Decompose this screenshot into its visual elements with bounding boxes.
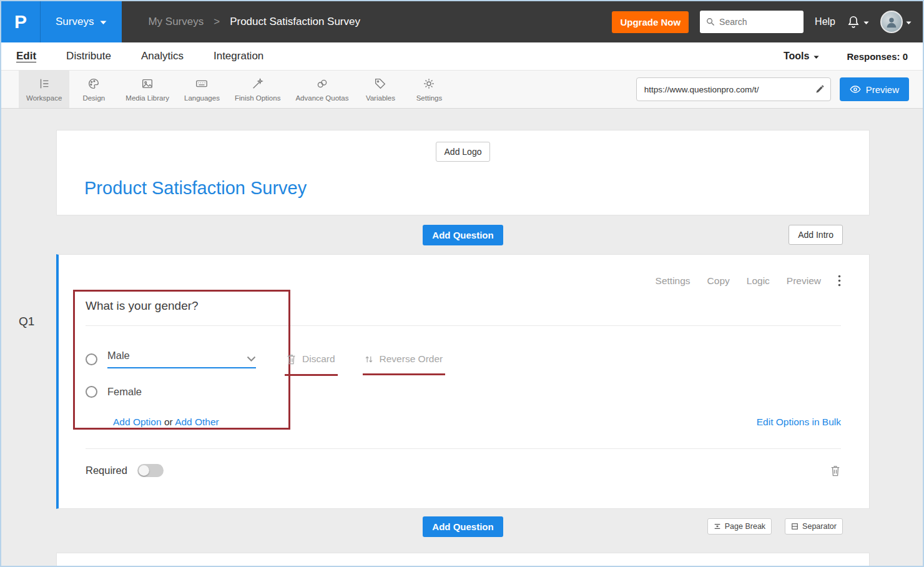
add-question-button-top[interactable]: Add Question <box>423 225 503 245</box>
languages-icon <box>195 77 209 92</box>
help-link[interactable]: Help <box>815 16 835 27</box>
toolbar-finish-options-label: Finish Options <box>235 94 281 102</box>
trash-icon <box>286 353 297 365</box>
editor-toolbar: Workspace Design Media Library Languages… <box>1 71 923 109</box>
breadcrumb-separator: > <box>214 16 220 28</box>
separator-icon <box>791 523 799 530</box>
toolbar-finish-options[interactable]: Finish Options <box>227 71 288 108</box>
edit-url-pencil-icon[interactable] <box>809 84 830 94</box>
surveys-dropdown-label: Surveys <box>56 16 94 28</box>
toolbar-design-label: Design <box>82 94 105 102</box>
delete-question-trash-icon[interactable] <box>830 465 841 477</box>
required-row: Required <box>86 464 841 477</box>
toolbar-advance-quotas[interactable]: Advance Quotas <box>288 71 356 108</box>
chevron-down-icon <box>100 16 107 28</box>
survey-url-box <box>636 77 831 101</box>
search-input[interactable] <box>719 17 797 27</box>
app-window: P Surveys My Surveys > Product Satisfact… <box>0 0 924 567</box>
reverse-order-label: Reverse Order <box>380 353 443 365</box>
bell-icon <box>847 15 860 29</box>
reverse-order-arrows-icon <box>364 354 374 365</box>
topbar-right-cluster: Upgrade Now Help <box>612 11 923 33</box>
radio-male[interactable] <box>86 353 97 365</box>
tab-analytics[interactable]: Analytics <box>141 50 184 62</box>
tab-distribute[interactable]: Distribute <box>66 50 111 62</box>
toolbar-settings[interactable]: Settings <box>405 71 453 108</box>
upgrade-now-button[interactable]: Upgrade Now <box>612 11 689 33</box>
toolbar-languages[interactable]: Languages <box>177 71 227 108</box>
variables-tag-icon <box>373 77 387 92</box>
chevron-down-icon[interactable] <box>247 356 256 362</box>
preview-button[interactable]: Preview <box>840 77 909 101</box>
option-female-label[interactable]: Female <box>107 386 142 398</box>
page-break-button[interactable]: Page Break <box>707 518 772 535</box>
toolbar-right-cluster: Preview <box>636 71 923 108</box>
preview-button-label: Preview <box>866 84 899 95</box>
question-text[interactable]: What is your gender? <box>86 299 841 313</box>
surveys-dropdown[interactable]: Surveys <box>40 1 122 42</box>
account-menu[interactable] <box>880 11 912 33</box>
required-toggle[interactable] <box>137 464 164 477</box>
tools-label: Tools <box>784 51 809 62</box>
toolbar-variables[interactable]: Variables <box>356 71 405 108</box>
more-options-kebab-icon[interactable] <box>838 275 841 287</box>
question-logic-link[interactable]: Logic <box>747 275 770 287</box>
separator-button[interactable]: Separator <box>785 518 843 535</box>
nav-right-cluster: Tools Responses: 0 <box>784 51 908 62</box>
tools-dropdown[interactable]: Tools <box>784 51 819 62</box>
reverse-order-action[interactable]: Reverse Order <box>364 353 443 365</box>
survey-title[interactable]: Product Satisfaction Survey <box>84 178 869 199</box>
design-palette-icon <box>87 77 101 92</box>
toolbar-media-library[interactable]: Media Library <box>118 71 177 108</box>
survey-url-input[interactable] <box>637 85 809 94</box>
chevron-down-icon <box>906 16 912 27</box>
question-copy-link[interactable]: Copy <box>707 275 730 287</box>
toolbar-workspace-label: Workspace <box>26 94 62 102</box>
breadcrumb-my-surveys[interactable]: My Surveys <box>148 16 204 28</box>
toolbar-advance-quotas-label: Advance Quotas <box>295 94 348 102</box>
required-divider <box>86 448 841 449</box>
questionpro-logo[interactable]: P <box>1 1 40 42</box>
footer-right-buttons: Page Break Separator <box>707 518 843 535</box>
toolbar-workspace[interactable]: Workspace <box>19 71 69 108</box>
avatar <box>880 11 903 33</box>
toolbar-variables-label: Variables <box>366 94 395 102</box>
notifications-button[interactable] <box>847 15 869 29</box>
or-text: or <box>164 417 173 427</box>
tab-edit[interactable]: Edit <box>16 50 36 62</box>
main-nav: Edit Distribute Analytics Integration To… <box>1 42 923 71</box>
tab-integration[interactable]: Integration <box>214 50 263 62</box>
toolbar-settings-label: Settings <box>416 94 443 102</box>
add-intro-button[interactable]: Add Intro <box>789 225 843 245</box>
question-preview-link[interactable]: Preview <box>787 275 821 287</box>
edit-options-in-bulk-link[interactable]: Edit Options in Bulk <box>757 417 841 428</box>
add-other-link[interactable]: Add Other <box>175 417 219 427</box>
question-action-links: Settings Copy Logic Preview <box>86 255 841 287</box>
discard-action[interactable]: Discard <box>286 353 335 365</box>
toolbar-languages-label: Languages <box>184 94 220 102</box>
survey-card: Add Logo Product Satisfaction Survey Add… <box>56 130 870 567</box>
survey-editor-canvas: Q1 Add Logo Product Satisfaction Survey … <box>1 109 923 565</box>
breadcrumb-current-survey: Product Satisfaction Survey <box>230 16 360 28</box>
add-question-row-bottom: Add Question Page Break Separator <box>56 509 870 544</box>
option-male-label: Male <box>107 350 130 362</box>
advance-quotas-links-icon <box>315 77 329 92</box>
add-question-button-bottom[interactable]: Add Question <box>423 516 503 537</box>
separator-label: Separator <box>802 522 837 531</box>
add-logo-button[interactable]: Add Logo <box>436 142 491 162</box>
responses-count: Responses: 0 <box>847 51 908 62</box>
option-row-male: Male Discard Reverse Order <box>86 350 841 368</box>
question-number: Q1 <box>19 315 34 328</box>
page-break-icon <box>714 523 721 530</box>
required-label: Required <box>86 465 127 476</box>
settings-gear-icon <box>422 77 436 92</box>
brand-area: P Surveys <box>1 1 122 42</box>
toolbar-media-library-label: Media Library <box>125 94 169 102</box>
toolbar-design[interactable]: Design <box>69 71 118 108</box>
question-settings-link[interactable]: Settings <box>656 275 691 287</box>
add-option-link[interactable]: Add Option <box>113 417 162 427</box>
eye-icon <box>850 85 861 94</box>
radio-female[interactable] <box>86 386 97 398</box>
option-male-input[interactable]: Male <box>107 350 256 368</box>
add-question-row-top: Add Question Add Intro <box>56 215 870 254</box>
